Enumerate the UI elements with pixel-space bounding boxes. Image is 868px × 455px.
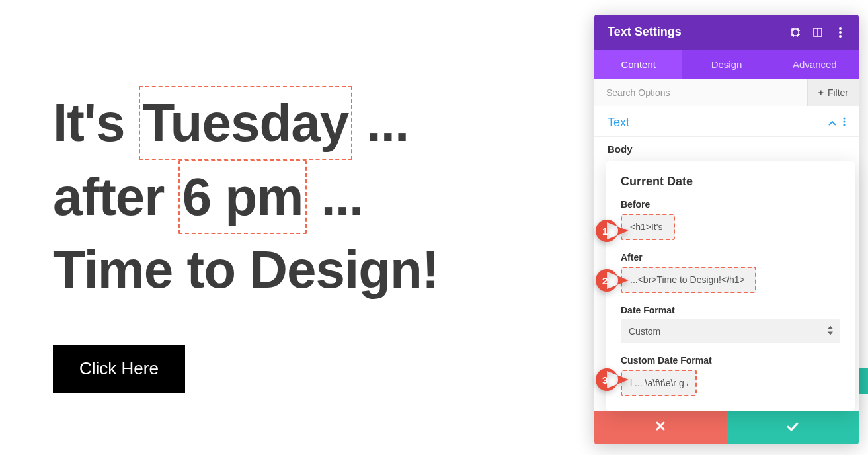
svg-point-7 — [843, 120, 845, 122]
tab-advanced[interactable]: Advanced — [771, 50, 859, 79]
date-format-select[interactable] — [621, 319, 840, 343]
filter-button[interactable]: + Filter — [807, 79, 859, 106]
before-input[interactable] — [621, 214, 675, 240]
svg-point-3 — [839, 27, 842, 30]
section-more-icon[interactable] — [843, 117, 846, 128]
tab-row: Content Design Advanced — [594, 50, 859, 79]
preview-heading: It's Tuesday ... after 6 pm ... Time to … — [53, 86, 582, 306]
confirm-button[interactable] — [727, 411, 859, 444]
after-label: After — [621, 252, 840, 263]
heading-day-highlight: Tuesday — [139, 86, 353, 160]
custom-format-label: Custom Date Format — [621, 355, 840, 366]
field-date-format: Date Format — [621, 305, 840, 343]
panel-header[interactable]: Text Settings — [594, 15, 859, 50]
cta-button[interactable]: Click Here — [53, 345, 185, 393]
tab-content[interactable]: Content — [594, 50, 682, 79]
close-icon — [655, 421, 666, 434]
panel-header-actions — [790, 27, 846, 38]
heading-line3: Time to Design! — [53, 240, 439, 299]
panel-title: Text Settings — [608, 25, 790, 39]
custom-format-input[interactable] — [621, 370, 697, 396]
date-format-label: Date Format — [621, 305, 840, 315]
popover-title: Current Date — [621, 175, 840, 188]
layout-icon[interactable] — [812, 27, 823, 38]
heading-line2-prefix: after — [53, 167, 178, 226]
page-preview: It's Tuesday ... after 6 pm ... Time to … — [53, 86, 582, 393]
before-label: Before — [621, 199, 840, 210]
panel-footer — [594, 411, 859, 444]
cancel-button[interactable] — [594, 411, 727, 444]
svg-point-4 — [839, 31, 842, 34]
expand-icon[interactable] — [790, 27, 801, 38]
svg-point-5 — [839, 35, 842, 38]
svg-point-6 — [843, 117, 845, 119]
body-label: Body — [594, 137, 859, 159]
heading-line1-suffix: ... — [352, 93, 409, 152]
settings-panel: Text Settings Content Design Advanced + — [594, 15, 859, 444]
svg-point-8 — [843, 124, 845, 126]
after-input[interactable] — [621, 267, 756, 293]
search-input[interactable] — [594, 79, 807, 106]
field-custom-date-format: Custom Date Format — [621, 355, 840, 396]
field-after: After — [621, 252, 840, 293]
filter-row: + Filter — [594, 79, 859, 106]
more-icon[interactable] — [835, 27, 846, 38]
plus-icon: + — [818, 87, 824, 98]
field-before: Before — [621, 199, 840, 240]
heading-line2-suffix: ... — [307, 167, 363, 226]
heading-line1-prefix: It's — [53, 93, 139, 152]
check-icon — [787, 421, 799, 434]
dynamic-content-popover: Current Date Before After Date Format Cu… — [606, 161, 855, 411]
section-header-text[interactable]: Text — [594, 106, 859, 137]
section-title: Text — [608, 116, 822, 130]
chevron-up-icon[interactable] — [828, 118, 836, 128]
tab-design[interactable]: Design — [682, 50, 770, 79]
heading-time-highlight: 6 pm — [178, 160, 307, 234]
filter-label: Filter — [828, 87, 848, 98]
